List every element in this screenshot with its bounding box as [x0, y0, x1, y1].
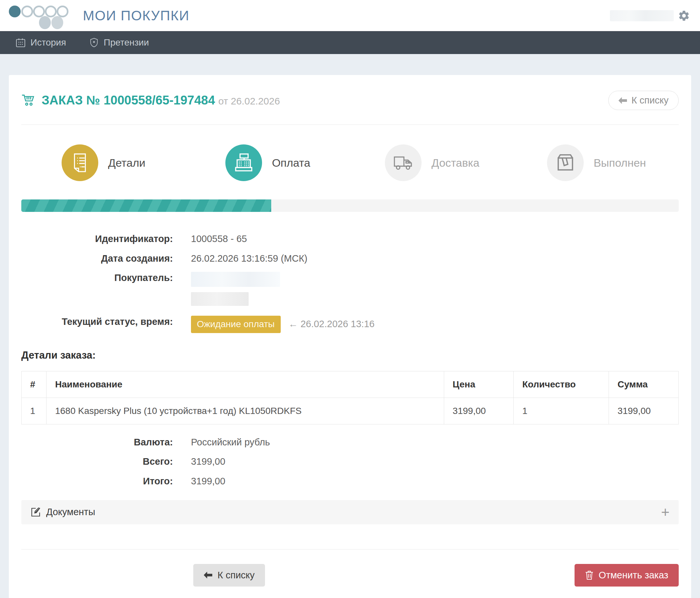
- order-card: ЗАКАЗ № 1000558/65-197484от 26.02.2026 К…: [9, 75, 691, 598]
- buyer-phone-redacted: [191, 292, 249, 306]
- user-area: [610, 9, 690, 22]
- shield-icon: [89, 38, 99, 48]
- step-label: Детали: [108, 156, 145, 169]
- step-payment-circle: [225, 144, 262, 181]
- cash-register-icon: [234, 153, 253, 172]
- step-details-circle: [61, 144, 98, 181]
- items-heading: Детали заказа:: [21, 349, 679, 361]
- cancel-order-button[interactable]: Отменить заказ: [575, 564, 679, 587]
- arrow-left-icon: [619, 97, 627, 104]
- step-payment: Оплата: [186, 144, 350, 181]
- created-value: 26.02.2026 13:16:59 (МСК): [191, 252, 307, 265]
- trash-icon: [585, 570, 594, 580]
- user-name-redacted: [610, 10, 674, 21]
- col-header-price: Цена: [444, 371, 514, 398]
- footer-actions: К списку Отменить заказ: [21, 564, 679, 592]
- step-completed: Выполнен: [514, 144, 679, 181]
- order-steps: Детали Оплата: [21, 144, 679, 181]
- back-to-list-button-top[interactable]: К списку: [608, 91, 679, 110]
- buyer-label: Покупатель:: [21, 272, 173, 284]
- col-header-num: #: [22, 371, 47, 398]
- status-time: ← 26.02.2026 13:16: [289, 319, 375, 329]
- order-header: ЗАКАЗ № 1000558/65-197484от 26.02.2026 К…: [21, 91, 679, 110]
- status-badge: Ожидание оплаты: [191, 316, 281, 333]
- buyer-name-redacted: [191, 272, 280, 287]
- col-header-name: Наименование: [47, 371, 444, 398]
- main-nav: История Претензии: [0, 31, 700, 54]
- back-to-list-label: К списку: [218, 570, 254, 581]
- back-to-list-label: К списку: [631, 95, 669, 106]
- items-table-header-row: # Наименование Цена Количество Сумма: [22, 371, 679, 398]
- divider: [21, 549, 679, 550]
- nav-item-label: Претензии: [104, 38, 149, 48]
- status-label: Текущий статус, время:: [21, 316, 173, 328]
- cell-price: 3199,00: [444, 398, 514, 424]
- step-label: Доставка: [431, 156, 479, 169]
- col-header-sum: Сумма: [609, 371, 679, 398]
- cart-icon: [21, 94, 36, 107]
- cell-qty: 1: [514, 398, 609, 424]
- total-row-currency: Валюта: Российский рубль: [21, 436, 679, 449]
- order-date: от 26.02.2026: [218, 96, 280, 106]
- subtotal-value: 3199,00: [191, 455, 225, 468]
- identifier-label: Идентификатор:: [21, 233, 173, 245]
- step-delivery-circle: [385, 144, 422, 181]
- step-completed-circle: [547, 144, 584, 181]
- currency-value: Российский рубль: [191, 436, 270, 449]
- cell-name: 1680 Kaspersky Plus (10 устройства+1 год…: [47, 398, 444, 424]
- gear-icon[interactable]: [678, 9, 690, 22]
- app-logo: МОИ ПОКУПКИ: [9, 2, 189, 29]
- document-icon: [70, 153, 90, 172]
- step-label: Оплата: [272, 156, 310, 169]
- order-progress-track: [21, 199, 679, 212]
- arrow-left-icon: [204, 571, 212, 579]
- documents-label: Документы: [46, 507, 95, 518]
- order-title-wrap: ЗАКАЗ № 1000558/65-197484от 26.02.2026: [21, 93, 280, 107]
- order-totals: Валюта: Российский рубль Всего: 3199,00 …: [21, 436, 679, 488]
- grand-total-value: 3199,00: [191, 475, 225, 488]
- app-title: МОИ ПОКУПКИ: [83, 8, 189, 24]
- logo-circles-icon: [9, 2, 74, 29]
- plus-icon[interactable]: +: [661, 505, 670, 519]
- content: ЗАКАЗ № 1000558/65-197484от 26.02.2026 К…: [0, 54, 700, 598]
- cancel-order-label: Отменить заказ: [599, 570, 668, 581]
- total-row-subtotal: Всего: 3199,00: [21, 455, 679, 468]
- step-details: Детали: [21, 144, 186, 181]
- detail-row-created: Дата создания: 26.02.2026 13:16:59 (МСК): [21, 252, 679, 265]
- nav-item-label: История: [30, 38, 66, 48]
- nav-item-history[interactable]: История: [16, 38, 66, 48]
- currency-label: Валюта:: [21, 436, 173, 449]
- status-value: Ожидание оплаты ← 26.02.2026 13:16: [191, 316, 374, 333]
- detail-row-status: Текущий статус, время: Ожидание оплаты ←…: [21, 316, 679, 333]
- cell-num: 1: [22, 398, 47, 424]
- documents-left: Документы: [30, 507, 95, 518]
- order-details: Идентификатор: 1000558 - 65 Дата создани…: [21, 233, 679, 333]
- documents-expander[interactable]: Документы +: [21, 500, 679, 524]
- calendar-icon: [16, 38, 26, 48]
- total-row-grand: Итого: 3199,00: [21, 475, 679, 488]
- back-to-list-button-bottom[interactable]: К списку: [193, 564, 265, 587]
- created-label: Дата создания:: [21, 252, 173, 265]
- items-table: # Наименование Цена Количество Сумма 1 1…: [21, 371, 679, 424]
- order-progress-fill: [21, 199, 271, 212]
- box-icon: [556, 153, 575, 172]
- buyer-value-redacted: [191, 272, 280, 306]
- col-header-qty: Количество: [514, 371, 609, 398]
- table-row: 1 1680 Kaspersky Plus (10 устройства+1 г…: [22, 398, 679, 424]
- subtotal-label: Всего:: [21, 455, 173, 468]
- edit-square-icon: [30, 507, 41, 518]
- detail-row-identifier: Идентификатор: 1000558 - 65: [21, 233, 679, 245]
- nav-item-claims[interactable]: Претензии: [89, 38, 149, 48]
- identifier-value: 1000558 - 65: [191, 233, 247, 245]
- grand-total-label: Итого:: [21, 475, 173, 488]
- step-delivery: Доставка: [350, 144, 515, 181]
- order-title: ЗАКАЗ № 1000558/65-197484от 26.02.2026: [42, 93, 280, 107]
- cell-sum: 3199,00: [609, 398, 679, 424]
- step-label: Выполнен: [594, 156, 646, 169]
- app-header: МОИ ПОКУПКИ: [0, 0, 700, 31]
- truck-icon: [394, 153, 413, 172]
- divider: [21, 124, 679, 125]
- order-title-prefix: ЗАКАЗ №: [42, 93, 103, 107]
- order-number: 1000558/65-197484: [103, 93, 215, 107]
- detail-row-buyer: Покупатель:: [21, 272, 679, 306]
